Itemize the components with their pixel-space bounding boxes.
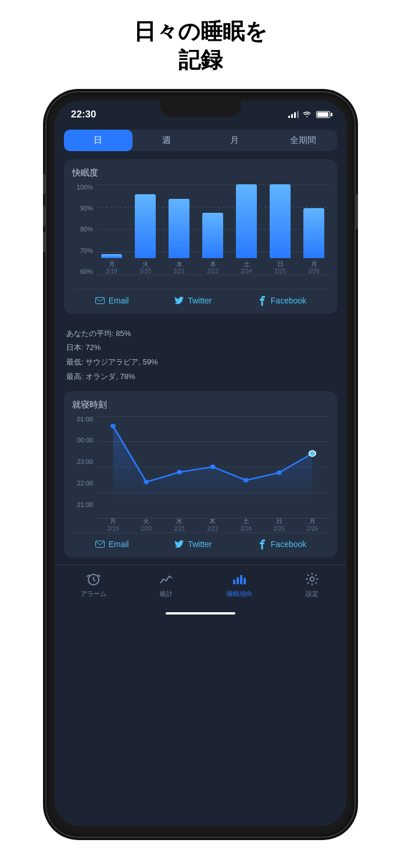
battery-icon	[316, 111, 330, 118]
bar-date-7: 2/26	[308, 268, 319, 275]
twitter-share-button[interactable]: Twitter	[174, 295, 212, 306]
status-time: 22:30	[71, 109, 96, 120]
twitter-label: Twitter	[188, 296, 212, 305]
bar-label-7: 月 2/26	[308, 260, 319, 275]
facebook-label-2: Facebook	[271, 540, 306, 549]
bars-container: 月 2/19 火 2/20	[96, 184, 329, 289]
bedtime-card: 就寝時刻 01:00 00:00 23:00 22:00 21:00	[64, 391, 337, 558]
email-share-button-2[interactable]: Email	[95, 539, 129, 549]
bar-day-2: 火	[142, 260, 149, 268]
point-2	[144, 480, 149, 484]
email-label: Email	[109, 296, 129, 305]
home-indicator	[166, 612, 235, 615]
twitter-icon	[174, 295, 184, 306]
y-label-100: 100%	[72, 184, 96, 191]
tab-day[interactable]: 日	[64, 130, 133, 151]
bar-4	[202, 213, 223, 258]
line-chart-svg-wrap: 月 2/19 火 2/20 水 2/21	[96, 416, 329, 533]
line-fill	[113, 426, 313, 498]
bar-day-6: 日	[277, 260, 284, 268]
y-label-2200: 22:00	[72, 480, 96, 487]
bar-label-2: 火 2/20	[139, 260, 151, 275]
x-label-1: 月 2/19	[108, 517, 119, 532]
y-label-0000: 00:00	[72, 437, 96, 444]
phone-shell: 22:30	[46, 92, 355, 837]
phone-screen: 22:30	[55, 101, 346, 826]
alarm-icon	[85, 571, 102, 587]
tab-bar-top: 日 週 月 全期間	[64, 130, 337, 151]
x-label-3: 水 2/21	[174, 517, 185, 532]
bar-5	[236, 184, 257, 258]
stats-line3: 最低: サウジアラビア, 59%	[66, 355, 335, 370]
status-bar: 22:30	[55, 101, 346, 124]
point-5	[244, 478, 249, 483]
y-label-2100: 21:00	[72, 502, 96, 508]
tab-month[interactable]: 月	[201, 130, 269, 151]
x-axis-labels: 月 2/19 火 2/20 水 2/21	[96, 515, 329, 532]
facebook-share-button[interactable]: Facebook	[257, 295, 306, 306]
sleep-quality-card: 快眠度 100% 90% 80% 70% 60%	[64, 159, 337, 314]
nav-settings-label: 設定	[306, 590, 318, 598]
y-label-90: 90%	[72, 205, 96, 212]
bar-date-2: 2/20	[139, 268, 151, 275]
facebook-icon-2	[257, 539, 267, 549]
y-label-70: 70%	[72, 248, 96, 254]
nav-alarm-label: アラーム	[81, 590, 106, 598]
email-share-button[interactable]: Email	[95, 295, 129, 306]
bottom-nav: アラーム 統計	[55, 565, 346, 610]
sleep-trend-icon	[231, 571, 248, 587]
bar-date-3: 2/21	[173, 268, 184, 275]
svg-rect-4	[237, 577, 239, 584]
nav-settings[interactable]: 設定	[304, 571, 320, 598]
share-row-1: Email Twitter	[72, 289, 329, 308]
settings-icon	[304, 571, 320, 587]
status-icons	[288, 110, 330, 119]
stats-line1: あなたの平均: 85%	[66, 327, 335, 341]
y-axis: 100% 90% 80% 70% 60%	[72, 184, 96, 289]
stats-icon	[158, 571, 174, 587]
twitter-icon-2	[174, 539, 184, 549]
tab-all-period[interactable]: 全期間	[269, 130, 338, 151]
line-chart-area: 01:00 00:00 23:00 22:00 21:00	[72, 416, 329, 533]
stats-line4: 最高: オランダ, 78%	[66, 370, 335, 384]
screen-content: 日 週 月 全期間 快眠度 100% 90% 80% 70% 60%	[55, 124, 346, 558]
point-3	[177, 470, 182, 474]
svg-rect-5	[240, 575, 242, 584]
y-label-0100: 01:00	[72, 416, 96, 423]
bar-group-6: 日 2/25	[265, 184, 295, 275]
nav-alarm[interactable]: アラーム	[81, 571, 106, 598]
bedtime-y-axis: 01:00 00:00 23:00 22:00 21:00	[72, 416, 96, 521]
point-1	[110, 424, 116, 428]
nav-sleep-trend[interactable]: 睡眠傾向	[227, 571, 252, 598]
signal-icon	[288, 111, 299, 118]
notch	[160, 101, 241, 117]
sleep-quality-title: 快眠度	[72, 167, 329, 178]
bar-day-5: 土	[244, 260, 250, 268]
nav-stats-label: 統計	[160, 590, 173, 598]
bar-1	[101, 254, 122, 258]
x-label-5: 土 2/24	[240, 517, 251, 532]
x-label-6: 日 2/25	[274, 517, 285, 532]
nav-stats[interactable]: 統計	[158, 571, 174, 598]
bar-day-7: 月	[311, 260, 317, 268]
bar-label-3: 水 2/21	[173, 260, 184, 275]
y-label-2300: 23:00	[72, 459, 96, 465]
twitter-label-2: Twitter	[188, 540, 212, 549]
twitter-share-button-2[interactable]: Twitter	[174, 539, 212, 549]
nav-sleep-trend-label: 睡眠傾向	[227, 590, 252, 598]
wifi-icon	[302, 110, 312, 119]
tab-week[interactable]: 週	[133, 130, 201, 151]
svg-rect-6	[244, 578, 246, 584]
bar-group-7: 月 2/26	[299, 184, 329, 275]
bar-date-1: 2/19	[106, 268, 117, 275]
stats-text: あなたの平均: 85% 日本: 72% 最低: サウジアラビア, 59% 最高:…	[64, 321, 337, 391]
x-label-7: 月 2/26	[307, 517, 318, 532]
bar-date-5: 2/24	[241, 268, 252, 275]
bar-label-5: 土 2/24	[241, 260, 252, 275]
facebook-share-button-2[interactable]: Facebook	[257, 539, 306, 549]
bar-3	[169, 199, 189, 258]
point-7	[309, 451, 316, 456]
bar-chart: 100% 90% 80% 70% 60%	[72, 184, 329, 289]
bar-day-1: 月	[109, 260, 115, 268]
bar-group-5: 土 2/24	[231, 184, 262, 275]
